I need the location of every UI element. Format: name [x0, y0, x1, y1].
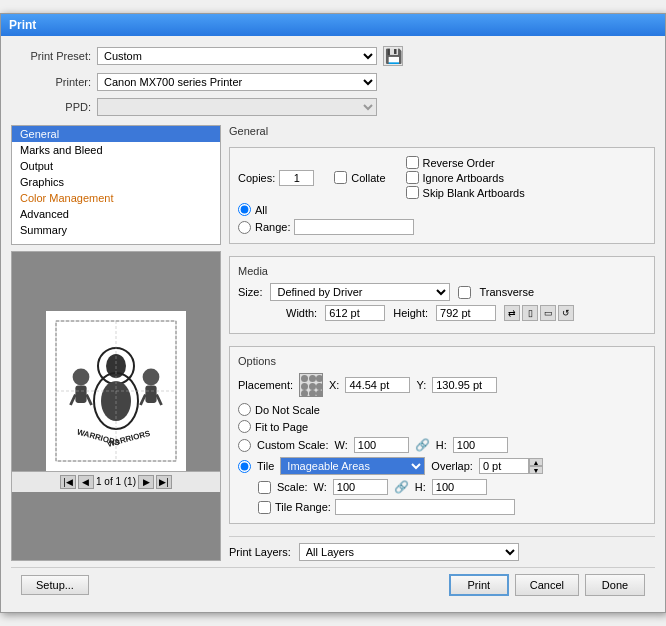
reverse-order-checkbox[interactable]: [406, 156, 419, 169]
y-input[interactable]: [432, 377, 497, 393]
preview-svg: WARRIORS WARRIORS: [51, 316, 181, 466]
portrait-icon[interactable]: ▯: [522, 305, 538, 321]
nav-item-output[interactable]: Output: [12, 158, 220, 174]
tile-radio[interactable]: [238, 460, 251, 473]
all-radio[interactable]: [238, 203, 251, 216]
all-label: All: [255, 204, 267, 216]
skip-blank-checkbox[interactable]: [406, 186, 419, 199]
print-button[interactable]: Print: [449, 574, 509, 596]
nav-item-general[interactable]: General: [12, 126, 220, 142]
skip-blank-label: Skip Blank Artboards: [423, 187, 525, 199]
tile-row: Tile Imageable Areas All Pages Single Fu…: [238, 457, 646, 475]
range-input[interactable]: [294, 219, 414, 235]
copies-input[interactable]: [279, 170, 314, 186]
overlap-up-button[interactable]: ▲: [529, 458, 543, 466]
custom-scale-row: Custom Scale: W: 🔗 H:: [238, 437, 646, 453]
ppd-label: PPD:: [21, 101, 91, 113]
reverse-order-label: Reverse Order: [423, 157, 495, 169]
preset-select[interactable]: Custom: [97, 47, 377, 65]
tile-h-input[interactable]: [432, 479, 487, 495]
range-label: Range:: [255, 221, 290, 233]
setup-button[interactable]: Setup...: [21, 575, 89, 595]
ignore-artboards-row: Ignore Artboards: [406, 171, 525, 184]
print-layers-select[interactable]: All Layers Visible Layers Visible Printa…: [299, 543, 519, 561]
dialog-title: Print: [9, 18, 36, 32]
preview-box: WARRIORS WARRIORS |◀ ◀ 1 of 1 (1) ▶: [11, 251, 221, 561]
overlap-input[interactable]: [479, 458, 529, 474]
fit-to-page-row: Fit to Page: [238, 420, 646, 433]
tile-scale-checkbox[interactable]: [258, 481, 271, 494]
tile-range-input[interactable]: [335, 499, 515, 515]
placement-icon[interactable]: [299, 373, 323, 397]
main-content: General Marks and Bleed Output Graphics …: [11, 125, 655, 561]
h-label-tile: H:: [415, 481, 426, 493]
options-title: Options: [238, 355, 646, 367]
preview-navigation: |◀ ◀ 1 of 1 (1) ▶ ▶|: [12, 471, 220, 492]
bottom-bar: Setup... Print Cancel Done: [11, 567, 655, 602]
rotate-icon[interactable]: ↺: [558, 305, 574, 321]
done-button[interactable]: Done: [585, 574, 645, 596]
range-radio[interactable]: [238, 221, 251, 234]
width-input[interactable]: [325, 305, 385, 321]
transverse-label: Transverse: [479, 286, 534, 298]
preview-next-button[interactable]: ▶: [138, 475, 154, 489]
custom-h-input[interactable]: [453, 437, 508, 453]
preview-image: WARRIORS WARRIORS: [46, 311, 186, 471]
overlap-label: Overlap:: [431, 460, 473, 472]
cancel-button[interactable]: Cancel: [515, 574, 579, 596]
link-icon-tile: 🔗: [394, 480, 409, 494]
tile-label: Tile: [257, 460, 274, 472]
dot-7: [301, 390, 308, 397]
nav-item-summary[interactable]: Summary: [12, 222, 220, 238]
svg-rect-11: [145, 385, 156, 403]
right-panel: General Copies: Collate: [229, 125, 655, 561]
x-input[interactable]: [345, 377, 410, 393]
overlap-down-button[interactable]: ▼: [529, 466, 543, 474]
page-range-group: All Range:: [238, 203, 646, 235]
size-label: Size:: [238, 286, 262, 298]
copies-field: Copies:: [238, 170, 314, 186]
media-size-row: Size: Defined by Driver Transverse: [238, 283, 646, 301]
action-buttons: Print Cancel Done: [449, 574, 645, 596]
right-checkboxes: Reverse Order Ignore Artboards Skip Blan…: [406, 156, 525, 199]
dot-9: [316, 390, 323, 397]
preview-prev-button[interactable]: ◀: [78, 475, 94, 489]
preview-first-button[interactable]: |◀: [60, 475, 76, 489]
general-section-title: General: [229, 125, 655, 137]
height-input[interactable]: [436, 305, 496, 321]
swap-icon[interactable]: ⇄: [504, 305, 520, 321]
dot-4: [301, 383, 308, 390]
do-not-scale-label: Do Not Scale: [255, 404, 320, 416]
transverse-checkbox[interactable]: [458, 286, 471, 299]
custom-scale-label: Custom Scale:: [257, 439, 329, 451]
preview-last-button[interactable]: ▶|: [156, 475, 172, 489]
size-select[interactable]: Defined by Driver: [270, 283, 450, 301]
ignore-artboards-checkbox[interactable]: [406, 171, 419, 184]
tile-w-input[interactable]: [333, 479, 388, 495]
tile-select[interactable]: Imageable Areas All Pages Single Full Pa…: [280, 457, 425, 475]
dim-icon-group: ⇄ ▯ ▭ ↺: [504, 305, 574, 321]
media-group: Media Size: Defined by Driver Transverse…: [229, 256, 655, 334]
save-preset-button[interactable]: 💾: [383, 46, 403, 66]
link-icon-custom: 🔗: [415, 438, 430, 452]
fit-to-page-radio[interactable]: [238, 420, 251, 433]
title-bar: Print: [1, 14, 665, 36]
ppd-select[interactable]: [97, 98, 377, 116]
custom-scale-radio[interactable]: [238, 439, 251, 452]
printer-select[interactable]: Canon MX700 series Printer: [97, 73, 377, 91]
svg-point-10: [143, 368, 160, 385]
do-not-scale-radio[interactable]: [238, 403, 251, 416]
tile-range-row: Tile Range:: [258, 499, 646, 515]
nav-item-marks[interactable]: Marks and Bleed: [12, 142, 220, 158]
tile-range-checkbox[interactable]: [258, 501, 271, 514]
collate-checkbox[interactable]: [334, 171, 347, 184]
nav-item-graphics[interactable]: Graphics: [12, 174, 220, 190]
do-not-scale-row: Do Not Scale: [238, 403, 646, 416]
nav-item-color[interactable]: Color Management: [12, 190, 220, 206]
nav-item-advanced[interactable]: Advanced: [12, 206, 220, 222]
custom-w-input[interactable]: [354, 437, 409, 453]
dot-8: [309, 390, 316, 397]
landscape-icon[interactable]: ▭: [540, 305, 556, 321]
media-dims-row: Width: Height: ⇄ ▯ ▭ ↺: [238, 305, 646, 321]
print-dialog: Print Print Preset: Custom 💾 Printer: Ca…: [0, 13, 666, 613]
